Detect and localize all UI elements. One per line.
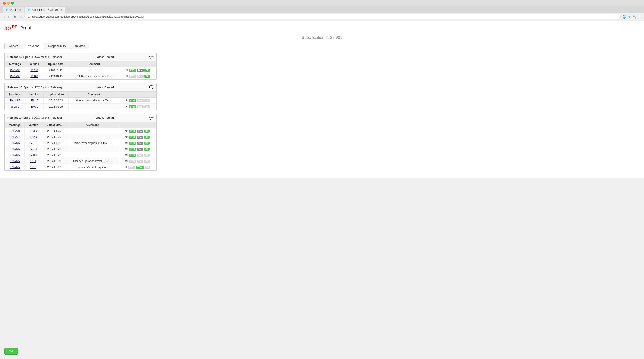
meeting-link[interactable]: RAN#75 (10, 154, 20, 157)
version-link[interactable]: 14.2.0 (30, 136, 37, 138)
badge-etsi[interactable]: ETSI (129, 130, 136, 132)
badge-doc[interactable]: Doc (137, 136, 143, 138)
badge-etsi[interactable]: ETSI (129, 142, 136, 145)
meeting-link[interactable]: RAN#76 (10, 142, 20, 145)
browser-tab-3gpp[interactable]: 🌐 3GPP ✕ (3, 7, 24, 13)
badge-doc[interactable]: Doc (137, 130, 143, 132)
tab-responsibility[interactable]: Responsibility (44, 43, 70, 49)
version-link[interactable]: 14.0.0 (30, 154, 37, 157)
content-area: Release 16(Spec is UCC for this Release)… (4, 53, 156, 170)
badge-doc-dim[interactable]: Doc (137, 154, 143, 157)
minimize-button[interactable] (7, 2, 10, 5)
version-link[interactable]: 16.0.0 (30, 75, 38, 78)
back-button[interactable]: ‹ (3, 14, 6, 19)
table-row: RAN#76 14.1.1 2017-07-05 Table formattin… (5, 140, 156, 146)
badges-group: 👁 ETSI Doc CR (121, 147, 154, 151)
forward-button[interactable]: › (8, 14, 10, 19)
action-icon[interactable]: 👁 (125, 68, 128, 72)
meeting-link[interactable]: RAN#75 (10, 166, 20, 169)
badge-etsi[interactable]: ETSI (129, 154, 136, 157)
maximize-button[interactable] (11, 2, 14, 5)
col-comment-14: Comment (66, 122, 118, 128)
logo-area: 3GPP Portal (4, 24, 640, 32)
badge-doc-dim[interactable]: Doc (137, 160, 143, 163)
action-icon[interactable]: 👁 (125, 129, 128, 133)
close-button[interactable] (3, 2, 6, 5)
upload-date: 2017-07-05 (42, 140, 66, 146)
meeting-link[interactable]: RAN#85 (10, 75, 20, 78)
tab-versions[interactable]: Versions (24, 43, 44, 49)
more-icon[interactable]: ⋮ (638, 15, 641, 18)
badge-cr[interactable]: CR (144, 142, 150, 145)
action-icon[interactable]: 👁 (125, 147, 128, 151)
version-link[interactable]: 14.3.0 (30, 130, 37, 132)
version-link[interactable]: 1.0.1 (30, 160, 36, 163)
badge-doc[interactable]: Doc (137, 148, 143, 151)
action-icon[interactable]: 👁 (125, 99, 128, 102)
badge-etsi[interactable]: ETSI (129, 136, 136, 138)
action-icon[interactable]: 👁 (125, 105, 128, 108)
badge-cr[interactable]: CR (144, 75, 150, 78)
badge-doc-dim[interactable]: Doc (137, 75, 144, 78)
action-icon[interactable]: 👁 (125, 141, 128, 145)
action-icon[interactable]: 👁 (124, 166, 128, 169)
badge-cr[interactable]: CR (144, 130, 150, 132)
badge-doc-dim[interactable]: Doc (137, 99, 144, 102)
badge-cr-dim[interactable]: CR (144, 105, 150, 108)
badge-cr[interactable]: CR (144, 69, 150, 72)
release-15-comment-icon[interactable]: 💬 (149, 85, 154, 90)
badge-etsi-dim[interactable]: ETSI (129, 75, 136, 78)
page-tabs-nav: General Versions Responsibility Related (4, 43, 640, 49)
version-link[interactable]: 15.0.0 (31, 105, 38, 108)
badge-cr-dim[interactable]: CR (144, 160, 150, 163)
version-link[interactable]: 14.1.0 (30, 148, 37, 151)
badge-etsi[interactable]: ETSI (129, 99, 136, 102)
badge-etsi-dim[interactable]: ETSI (128, 166, 135, 169)
version-link[interactable]: 14.1.1 (30, 142, 37, 145)
tab-general[interactable]: General (4, 43, 23, 49)
release-16-comment-icon[interactable]: 💬 (149, 55, 154, 59)
meeting-link[interactable]: RAN#78 (10, 130, 20, 132)
badge-cr-dim[interactable]: CR (144, 99, 150, 102)
action-icon[interactable]: 👁 (125, 135, 128, 139)
release-block-16: Release 16(Spec is UCC for this Release)… (4, 53, 156, 80)
bookmark-icon[interactable]: ☆ (628, 15, 631, 18)
badge-tdoc[interactable]: TDoc (136, 166, 144, 169)
meeting-link[interactable]: SA#80 (11, 105, 19, 108)
badge-doc[interactable]: Doc (137, 142, 143, 145)
meeting-link[interactable]: RAN#77 (10, 136, 20, 138)
badge-cr-dim[interactable]: CR (144, 154, 150, 157)
meeting-link[interactable]: RAN#85 (10, 99, 20, 102)
browser-tab-3gpp-close[interactable]: ✕ (19, 9, 21, 11)
badge-etsi-dim[interactable]: ETSI (129, 160, 136, 163)
home-button[interactable]: ⌂ (19, 14, 23, 19)
action-icon[interactable]: 👁 (125, 160, 128, 163)
address-text: portal.3gpp.org/desktopmodules/Specifica… (31, 15, 144, 18)
action-icon[interactable]: 👁 (125, 153, 128, 157)
release-14-comment-icon[interactable]: 💬 (149, 116, 154, 120)
new-tab-button[interactable]: + (66, 6, 70, 13)
extension-icon[interactable]: 🔧 (632, 15, 636, 18)
meeting-link[interactable]: RAN#86 (10, 69, 20, 72)
meeting-link[interactable]: RAN#76 (10, 148, 20, 151)
browser-tab-spec[interactable]: 🌐 Specification # 38.901 ✕ (24, 7, 65, 13)
meeting-link[interactable]: RAN#75 (10, 160, 20, 163)
reload-button[interactable]: ↻ (12, 14, 17, 20)
badge-cr-dim[interactable]: CR (145, 166, 150, 169)
translate-icon[interactable]: 🌐 (622, 15, 626, 18)
address-bar[interactable]: 🔒 portal.3gpp.org/desktopmodules/Specifi… (24, 14, 620, 20)
upload-date: 2017-06-23 (42, 146, 66, 152)
tab-related[interactable]: Related (71, 43, 89, 49)
badge-etsi[interactable]: ETSI (129, 148, 136, 151)
badge-etsi[interactable]: ETSI (129, 105, 136, 108)
badge-doc[interactable]: Doc (137, 69, 144, 72)
action-icon[interactable]: 👁 (125, 74, 128, 78)
version-link[interactable]: 1.0.0 (30, 166, 36, 169)
badge-etsi[interactable]: ETSI (129, 69, 136, 72)
version-link[interactable]: 16.1.0 (30, 69, 38, 72)
badge-doc-dim[interactable]: Doc (137, 105, 144, 108)
browser-tab-spec-close[interactable]: ✕ (60, 9, 62, 11)
badge-cr[interactable]: CR (144, 136, 150, 138)
version-link[interactable]: 15.1.0 (31, 99, 38, 102)
badge-cr[interactable]: CR (144, 148, 150, 151)
